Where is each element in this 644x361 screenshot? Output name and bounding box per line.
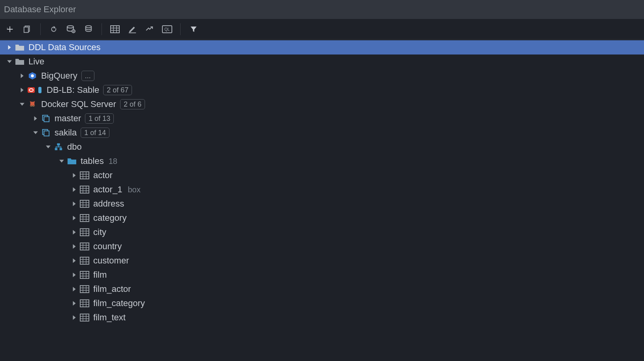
tree-item-label: master <box>55 113 81 124</box>
chevron-right-icon <box>70 258 79 263</box>
table-icon <box>79 241 90 252</box>
tree-item-table[interactable]: film_actor <box>0 282 644 296</box>
svg-point-2 <box>67 26 73 28</box>
add-button[interactable] <box>4 23 16 35</box>
ql-button[interactable]: QL <box>161 23 173 35</box>
chevron-right-icon <box>17 73 27 79</box>
chevron-right-icon <box>70 301 79 306</box>
svg-rect-28 <box>80 286 89 293</box>
svg-rect-20 <box>80 172 89 179</box>
tree-item-table[interactable]: customer <box>0 254 644 268</box>
folder-icon <box>14 56 25 67</box>
tree-item-label: tables <box>81 156 104 166</box>
chevron-down-icon <box>5 59 14 64</box>
tree-item-label: film_text <box>93 312 126 323</box>
filter-button[interactable] <box>188 23 200 35</box>
tree-item-badge: 1 of 13 <box>85 113 114 124</box>
titlebar: Database Explorer <box>0 0 644 19</box>
chevron-right-icon <box>70 215 79 221</box>
tree-item-table[interactable]: city <box>0 225 644 239</box>
toolbar: QL <box>0 19 644 39</box>
chevron-down-icon <box>43 144 53 150</box>
table-icon <box>79 312 90 323</box>
chevron-down-icon <box>57 158 66 164</box>
tree-item-badge: 2 of 6 <box>120 99 145 109</box>
tree: DDL Data Sources Live BigQuery ... <box>0 39 644 325</box>
tree-item-bigquery[interactable]: BigQuery ... <box>0 69 644 83</box>
toolbar-separator <box>40 23 41 35</box>
tree-item-table[interactable]: category <box>0 211 644 225</box>
folder-icon <box>66 156 77 167</box>
table-icon <box>79 170 90 181</box>
toolbar-separator <box>102 23 102 35</box>
svg-rect-5 <box>111 26 119 33</box>
tree-item-ddl-data-sources[interactable]: DDL Data Sources <box>0 40 644 55</box>
svg-text:QL: QL <box>164 27 170 32</box>
tree-item-table[interactable]: country <box>0 239 644 254</box>
chevron-down-icon <box>31 130 40 135</box>
svg-rect-24 <box>80 229 89 236</box>
tree-item-docker-sql-server[interactable]: Docker SQL Server 2 of 6 <box>0 97 644 111</box>
table-icon <box>79 284 90 295</box>
chevron-right-icon <box>70 286 79 292</box>
tree-item-label: category <box>93 213 126 223</box>
tree-item-table[interactable]: actor_1box <box>0 182 644 197</box>
copy-button[interactable] <box>21 23 33 35</box>
color-indicator-icon <box>37 85 43 96</box>
datasource-properties-button[interactable] <box>65 23 77 35</box>
tree-item-label: DDL Data Sources <box>28 42 101 53</box>
tree-item-dbo[interactable]: dbo <box>0 140 644 154</box>
tree-item-table[interactable]: actor <box>0 168 644 182</box>
table-icon <box>79 298 90 309</box>
grid-button[interactable] <box>109 23 121 35</box>
tree-item-table[interactable]: address <box>0 197 644 211</box>
edit-button[interactable] <box>126 23 138 35</box>
tree-item-label: film_category <box>93 298 145 308</box>
window-title: Database Explorer <box>4 4 76 15</box>
table-icon <box>79 255 90 266</box>
tree-item-badge: 1 of 14 <box>81 128 109 138</box>
tree-item-live[interactable]: Live <box>0 55 644 69</box>
tree-item-label: film <box>93 270 107 280</box>
refresh-button[interactable] <box>48 23 60 35</box>
svg-rect-27 <box>80 271 89 278</box>
tree-item-table[interactable]: film_text <box>0 310 644 325</box>
chevron-right-icon <box>70 272 79 278</box>
chevron-right-icon <box>5 45 14 50</box>
tree-item-table[interactable]: film_category <box>0 296 644 310</box>
chevron-right-icon <box>70 187 79 192</box>
svg-rect-25 <box>80 243 89 250</box>
chevron-right-icon <box>70 315 79 320</box>
tree-item-tables-folder[interactable]: tables 18 <box>0 154 644 168</box>
svg-point-9 <box>31 74 34 77</box>
tree-item-dblb-sable[interactable]: DB-LB: Sable 2 of 67 <box>0 83 644 97</box>
tree-item-badge: 2 of 67 <box>103 85 132 95</box>
tables-container: actoractor_1boxaddresscategorycitycountr… <box>0 168 644 325</box>
database-icon <box>40 113 51 124</box>
tree-item-label: DB-LB: Sable <box>47 85 99 95</box>
tree-item-label: Docker SQL Server <box>41 99 116 109</box>
sqlserver-icon <box>27 99 38 110</box>
svg-rect-29 <box>80 300 89 307</box>
table-icon <box>79 227 90 238</box>
tree-item-master[interactable]: master 1 of 13 <box>0 111 644 126</box>
chevron-right-icon <box>70 244 79 249</box>
svg-rect-18 <box>55 148 57 150</box>
tree-item-label: customer <box>93 256 129 266</box>
svg-rect-21 <box>80 186 89 193</box>
tree-item-label: country <box>93 241 122 252</box>
tree-item-table[interactable]: film <box>0 268 644 282</box>
tree-item-sakila[interactable]: sakila 1 of 14 <box>0 126 644 140</box>
schema-icon <box>53 141 64 152</box>
svg-rect-19 <box>60 148 62 150</box>
folder-icon <box>14 42 25 53</box>
migrate-button[interactable] <box>144 23 156 35</box>
tree-item-label: city <box>93 227 106 237</box>
svg-rect-1 <box>24 27 28 32</box>
tree-item-suffix: box <box>128 185 140 194</box>
stack-button[interactable] <box>83 23 94 35</box>
svg-rect-22 <box>80 200 89 207</box>
chevron-right-icon <box>17 87 27 93</box>
svg-rect-23 <box>80 214 89 222</box>
svg-rect-26 <box>80 257 89 264</box>
